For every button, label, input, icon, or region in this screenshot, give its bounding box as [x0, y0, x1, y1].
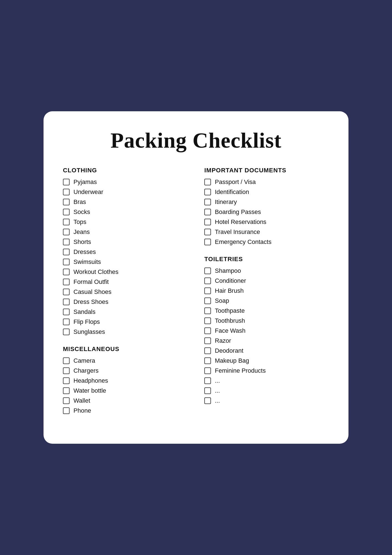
checkbox[interactable]: [204, 317, 211, 324]
checklist-columns: CLOTHINGPyjamasUnderwearBrasSocksTopsJea…: [63, 167, 329, 424]
checkbox[interactable]: [63, 279, 70, 285]
item-label: Swimsuits: [73, 258, 101, 266]
item-label: ...: [215, 397, 220, 404]
list-item: Dresses: [63, 248, 188, 256]
checkbox[interactable]: [204, 239, 211, 245]
list-item: ...: [204, 387, 329, 394]
checkbox[interactable]: [204, 357, 211, 364]
checkbox[interactable]: [204, 397, 211, 404]
checkbox[interactable]: [204, 327, 211, 334]
checkbox[interactable]: [63, 309, 70, 315]
list-item: Water bottle: [63, 387, 188, 394]
checkbox[interactable]: [204, 189, 211, 195]
checkbox[interactable]: [204, 337, 211, 344]
section-title-clothing: CLOTHING: [63, 167, 188, 174]
item-label: Sunglasses: [73, 328, 105, 335]
checkbox[interactable]: [204, 229, 211, 235]
list-item: Emergency Contacts: [204, 238, 329, 246]
list-item: ...: [204, 377, 329, 384]
checkbox[interactable]: [204, 287, 211, 294]
list-item: Flip Flops: [63, 318, 188, 326]
checkbox[interactable]: [204, 367, 211, 374]
section-miscellaneous: MISCELLANEOUSCameraChargersHeadphonesWat…: [63, 345, 188, 414]
item-label: Headphones: [73, 377, 108, 384]
list-item: Sandals: [63, 308, 188, 316]
section-title-important-documents: IMPORTANT DOCUMENTS: [204, 167, 329, 174]
checkbox[interactable]: [63, 219, 70, 225]
section-title-toiletries: TOILETRIES: [204, 256, 329, 263]
checkbox[interactable]: [63, 189, 70, 195]
list-item: Deodorant: [204, 347, 329, 354]
list-item: Hotel Reservations: [204, 218, 329, 226]
item-label: Shorts: [73, 238, 91, 246]
list-item: Toothbrush: [204, 317, 329, 324]
checkbox[interactable]: [63, 199, 70, 205]
checkbox[interactable]: [204, 347, 211, 354]
list-item: Hair Brush: [204, 287, 329, 294]
list-item: Boarding Passes: [204, 208, 329, 216]
item-label: Razor: [215, 337, 231, 344]
checkbox[interactable]: [63, 299, 70, 305]
list-item: Wallet: [63, 397, 188, 404]
checkbox[interactable]: [63, 269, 70, 275]
list-item: ...: [204, 397, 329, 404]
checkbox[interactable]: [63, 319, 70, 325]
item-label: Hotel Reservations: [215, 218, 266, 226]
item-label: Conditioner: [215, 277, 246, 284]
checkbox[interactable]: [204, 209, 211, 215]
item-label: Travel Insurance: [215, 228, 260, 236]
item-label: Hair Brush: [215, 287, 244, 294]
checkbox[interactable]: [204, 297, 211, 304]
item-label: Underwear: [73, 188, 103, 196]
item-label: Water bottle: [73, 387, 106, 394]
item-label: Soap: [215, 297, 229, 304]
checkbox[interactable]: [63, 179, 70, 185]
checkbox[interactable]: [204, 377, 211, 384]
checkbox[interactable]: [204, 278, 211, 284]
list-item: Makeup Bag: [204, 357, 329, 364]
checkbox[interactable]: [204, 307, 211, 314]
item-label: Chargers: [73, 367, 98, 374]
checkbox[interactable]: [63, 249, 70, 255]
packing-checklist-card: Packing Checklist CLOTHINGPyjamasUnderwe…: [44, 111, 348, 444]
checkbox[interactable]: [63, 357, 70, 364]
list-item: Jeans: [63, 228, 188, 236]
section-toiletries: TOILETRIESShampooConditionerHair BrushSo…: [204, 256, 329, 404]
checkbox[interactable]: [204, 219, 211, 225]
list-item: Shampoo: [204, 267, 329, 274]
list-item: Casual Shoes: [63, 288, 188, 296]
checkbox[interactable]: [63, 397, 70, 404]
list-item: Formal Outfit: [63, 278, 188, 286]
item-label: Dresses: [73, 248, 96, 256]
checkbox[interactable]: [204, 199, 211, 205]
item-label: Itinerary: [215, 198, 237, 206]
list-item: Toothpaste: [204, 307, 329, 314]
list-item: Conditioner: [204, 277, 329, 284]
checkbox[interactable]: [63, 259, 70, 265]
checkbox[interactable]: [63, 209, 70, 215]
column-1: IMPORTANT DOCUMENTSPassport / VisaIdenti…: [204, 167, 329, 424]
list-item: Face Wash: [204, 327, 329, 334]
list-item: Pyjamas: [63, 178, 188, 186]
checkbox[interactable]: [63, 239, 70, 245]
item-label: Deodorant: [215, 347, 243, 354]
checkbox[interactable]: [63, 229, 70, 235]
item-label: Dress Shoes: [73, 298, 108, 306]
list-item: Identification: [204, 188, 329, 196]
checkbox[interactable]: [63, 289, 70, 295]
list-item: Phone: [63, 407, 188, 414]
checkbox[interactable]: [204, 387, 211, 394]
checkbox[interactable]: [63, 367, 70, 374]
list-item: Shorts: [63, 238, 188, 246]
item-label: Phone: [73, 407, 91, 414]
checkbox[interactable]: [204, 268, 211, 274]
checkbox[interactable]: [63, 329, 70, 335]
checkbox[interactable]: [204, 179, 211, 185]
list-item: Underwear: [63, 188, 188, 196]
item-label: Toothbrush: [215, 317, 245, 324]
item-label: Wallet: [73, 397, 90, 404]
page-title: Packing Checklist: [63, 128, 329, 153]
checkbox[interactable]: [63, 377, 70, 384]
checkbox[interactable]: [63, 407, 70, 414]
checkbox[interactable]: [63, 387, 70, 394]
